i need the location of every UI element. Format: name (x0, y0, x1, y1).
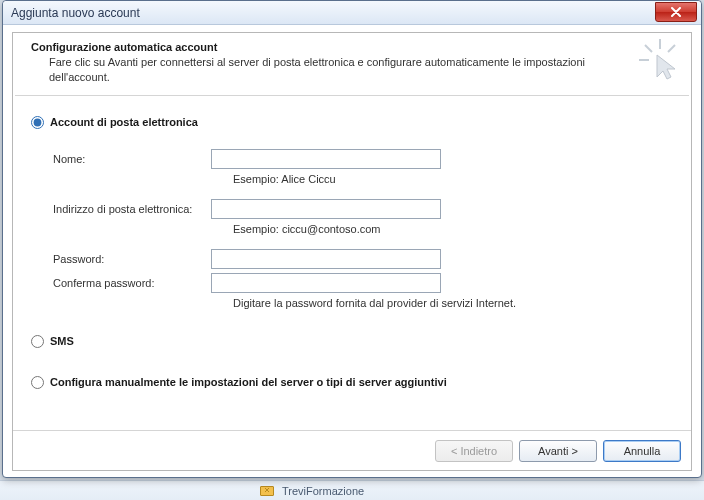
option-email-account[interactable]: Account di posta elettronica (31, 116, 671, 129)
row-confirm-password: Conferma password: (53, 273, 671, 293)
hint-email: Esempio: ciccu@contoso.com (233, 223, 671, 235)
header-description: Fare clic su Avanti per connettersi al s… (49, 55, 609, 85)
close-button[interactable] (655, 2, 697, 22)
radio-sms[interactable] (31, 335, 44, 348)
cursor-watermark-icon (637, 37, 683, 83)
header-title: Configurazione automatica account (31, 41, 679, 53)
dialog-footer: < Indietro Avanti > Annulla (13, 430, 691, 470)
hint-password: Digitare la password fornita dal provide… (233, 297, 671, 309)
option-email-label: Account di posta elettronica (50, 116, 198, 128)
radio-manual[interactable] (31, 376, 44, 389)
next-button[interactable]: Avanti > (519, 440, 597, 462)
input-password[interactable] (211, 249, 441, 269)
option-manual-label: Configura manualmente le impostazioni de… (50, 376, 447, 388)
svg-line-2 (668, 45, 675, 52)
input-name[interactable] (211, 149, 441, 169)
hint-name: Esempio: Alice Ciccu (233, 173, 671, 185)
background-window-strip: TreviFormazione (0, 480, 704, 500)
email-form: Nome: Esempio: Alice Ciccu Indirizzo di … (53, 149, 671, 309)
window-title: Aggiunta nuovo account (11, 6, 140, 20)
close-icon (671, 7, 681, 17)
svg-line-1 (645, 45, 652, 52)
row-password: Password: (53, 249, 671, 269)
label-email: Indirizzo di posta elettronica: (53, 203, 211, 215)
option-manual[interactable]: Configura manualmente le impostazioni de… (31, 376, 671, 389)
row-email: Indirizzo di posta elettronica: (53, 199, 671, 219)
option-sms[interactable]: SMS (31, 335, 671, 348)
mail-icon (260, 486, 274, 496)
dialog-body: Account di posta elettronica Nome: Esemp… (13, 96, 691, 411)
dialog-content: Configurazione automatica account Fare c… (12, 32, 692, 471)
back-button: < Indietro (435, 440, 513, 462)
label-name: Nome: (53, 153, 211, 165)
label-password: Password: (53, 253, 211, 265)
dialog-window: Aggiunta nuovo account Configurazione au… (2, 0, 702, 478)
cancel-button[interactable]: Annulla (603, 440, 681, 462)
titlebar: Aggiunta nuovo account (3, 1, 701, 25)
input-confirm-password[interactable] (211, 273, 441, 293)
background-item-label: TreviFormazione (282, 485, 364, 497)
row-name: Nome: (53, 149, 671, 169)
dialog-header: Configurazione automatica account Fare c… (13, 33, 691, 95)
radio-email-account[interactable] (31, 116, 44, 129)
label-confirm-password: Conferma password: (53, 277, 211, 289)
option-sms-label: SMS (50, 335, 74, 347)
input-email[interactable] (211, 199, 441, 219)
